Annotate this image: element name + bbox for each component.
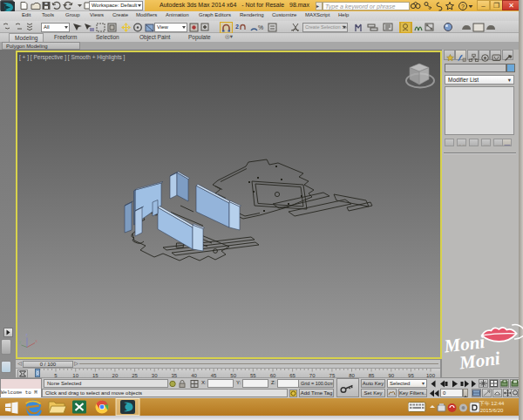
svg-text:Moni: Moni [458, 348, 501, 374]
svg-text:y: y [19, 340, 22, 344]
svg-text:45: 45 [211, 373, 217, 378]
svg-text:85: 85 [369, 373, 375, 378]
svg-text:75: 75 [329, 373, 336, 378]
svg-text:35: 35 [171, 373, 177, 378]
svg-text:z: z [26, 333, 29, 337]
svg-text:30: 30 [152, 373, 158, 378]
svg-text:90: 90 [388, 373, 394, 378]
svg-text:2: 2 [235, 24, 239, 30]
svg-text:20: 20 [112, 373, 119, 378]
svg-text:50: 50 [230, 373, 236, 378]
svg-text:15: 15 [92, 373, 98, 378]
svg-text:10: 10 [72, 373, 78, 378]
svg-text:5: 5 [54, 373, 58, 378]
svg-text:%: % [258, 24, 263, 30]
svg-text:95: 95 [408, 373, 414, 378]
svg-text:55: 55 [250, 373, 256, 378]
svg-text:60: 60 [270, 373, 276, 378]
svg-text:65: 65 [289, 373, 295, 378]
svg-text:?: ? [461, 3, 465, 10]
svg-text:80: 80 [349, 373, 355, 378]
svg-text:x: x [36, 339, 38, 343]
svg-text:40: 40 [191, 373, 197, 378]
svg-text:70: 70 [309, 373, 316, 378]
svg-text:25: 25 [132, 373, 138, 378]
